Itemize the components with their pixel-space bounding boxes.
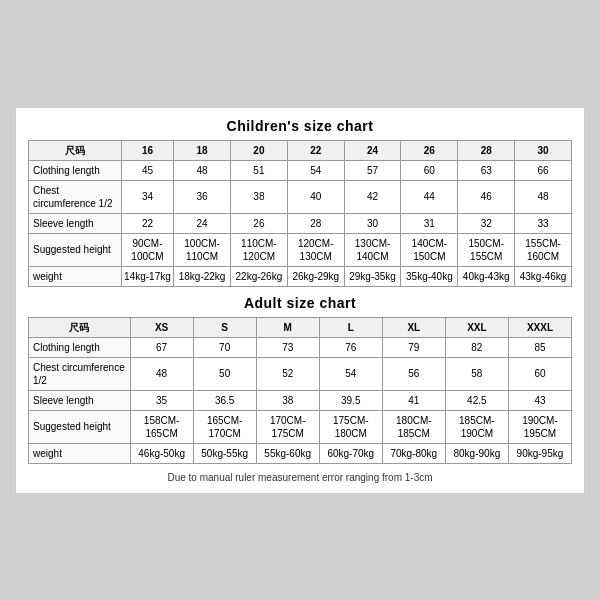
table-cell: 58 <box>445 357 508 390</box>
table-cell: 42 <box>344 180 401 213</box>
table-cell: 46kg-50kg <box>130 443 193 463</box>
table-row: Chest circumference 1/248505254565860 <box>29 357 572 390</box>
table-cell: 30 <box>344 213 401 233</box>
table-cell: 31 <box>401 213 458 233</box>
table-cell: 48 <box>130 357 193 390</box>
table-cell: 42.5 <box>445 390 508 410</box>
row-label: weight <box>29 266 122 286</box>
table-cell: 41 <box>382 390 445 410</box>
column-header: 16 <box>121 140 173 160</box>
column-header: 尺码 <box>29 140 122 160</box>
table-cell: 175CM-180CM <box>319 410 382 443</box>
column-header: 20 <box>230 140 287 160</box>
table-cell: 36.5 <box>193 390 256 410</box>
table-row: weight46kg-50kg50kg-55kg55kg-60kg60kg-70… <box>29 443 572 463</box>
table-cell: 22 <box>121 213 173 233</box>
table-cell: 24 <box>174 213 231 233</box>
column-header: XS <box>130 317 193 337</box>
column-header: XXXL <box>508 317 571 337</box>
table-cell: 32 <box>458 213 515 233</box>
table-cell: 57 <box>344 160 401 180</box>
table-cell: 14kg-17kg <box>121 266 173 286</box>
table-cell: 40 <box>287 180 344 213</box>
table-cell: 43kg-46kg <box>515 266 572 286</box>
table-row: weight14kg-17kg18kg-22kg22kg-26kg26kg-29… <box>29 266 572 286</box>
table-row: Clothing length4548515457606366 <box>29 160 572 180</box>
table-row: Clothing length67707376798285 <box>29 337 572 357</box>
table-cell: 36 <box>174 180 231 213</box>
table-cell: 26 <box>230 213 287 233</box>
table-cell: 52 <box>256 357 319 390</box>
table-cell: 90CM-100CM <box>121 233 173 266</box>
chart-container: Children's size chart 尺码1618202224262830… <box>15 107 585 494</box>
table-cell: 60 <box>508 357 571 390</box>
table-cell: 46 <box>458 180 515 213</box>
table-cell: 76 <box>319 337 382 357</box>
children-title: Children's size chart <box>28 118 572 134</box>
table-cell: 50kg-55kg <box>193 443 256 463</box>
table-cell: 170CM-175CM <box>256 410 319 443</box>
column-header: M <box>256 317 319 337</box>
table-cell: 63 <box>458 160 515 180</box>
row-label: Clothing length <box>29 160 122 180</box>
table-cell: 35kg-40kg <box>401 266 458 286</box>
table-cell: 50 <box>193 357 256 390</box>
table-cell: 70 <box>193 337 256 357</box>
table-cell: 34 <box>121 180 173 213</box>
footer-note: Due to manual ruler measurement error ra… <box>28 472 572 483</box>
column-header: 26 <box>401 140 458 160</box>
table-cell: 28 <box>287 213 344 233</box>
table-cell: 54 <box>287 160 344 180</box>
row-label: Suggested height <box>29 410 131 443</box>
table-cell: 80kg-90kg <box>445 443 508 463</box>
column-header: 24 <box>344 140 401 160</box>
table-cell: 85 <box>508 337 571 357</box>
table-cell: 158CM-165CM <box>130 410 193 443</box>
table-cell: 56 <box>382 357 445 390</box>
column-header: XXL <box>445 317 508 337</box>
table-cell: 29kg-35kg <box>344 266 401 286</box>
table-cell: 155CM-160CM <box>515 233 572 266</box>
table-cell: 60 <box>401 160 458 180</box>
table-cell: 48 <box>515 180 572 213</box>
column-header: 28 <box>458 140 515 160</box>
column-header: 尺码 <box>29 317 131 337</box>
table-cell: 130CM-140CM <box>344 233 401 266</box>
table-cell: 51 <box>230 160 287 180</box>
column-header: S <box>193 317 256 337</box>
row-label: weight <box>29 443 131 463</box>
table-cell: 35 <box>130 390 193 410</box>
table-row: Chest circumference 1/23436384042444648 <box>29 180 572 213</box>
table-cell: 48 <box>174 160 231 180</box>
adult-table: 尺码XSSMLXLXXLXXXLClothing length677073767… <box>28 317 572 464</box>
row-label: Sleeve length <box>29 213 122 233</box>
column-header: L <box>319 317 382 337</box>
table-row: Suggested height90CM-100CM100CM-110CM110… <box>29 233 572 266</box>
adult-title: Adult size chart <box>28 295 572 311</box>
column-header: XL <box>382 317 445 337</box>
table-cell: 185CM-190CM <box>445 410 508 443</box>
table-cell: 45 <box>121 160 173 180</box>
table-cell: 190CM-195CM <box>508 410 571 443</box>
row-label: Clothing length <box>29 337 131 357</box>
table-row: Sleeve length2224262830313233 <box>29 213 572 233</box>
table-cell: 70kg-80kg <box>382 443 445 463</box>
table-row: Suggested height158CM-165CM165CM-170CM17… <box>29 410 572 443</box>
table-cell: 26kg-29kg <box>287 266 344 286</box>
table-row: Sleeve length3536.53839.54142.543 <box>29 390 572 410</box>
table-cell: 66 <box>515 160 572 180</box>
table-cell: 33 <box>515 213 572 233</box>
table-cell: 44 <box>401 180 458 213</box>
table-cell: 165CM-170CM <box>193 410 256 443</box>
row-label: Sleeve length <box>29 390 131 410</box>
table-cell: 110CM-120CM <box>230 233 287 266</box>
table-cell: 73 <box>256 337 319 357</box>
table-cell: 39.5 <box>319 390 382 410</box>
column-header: 22 <box>287 140 344 160</box>
table-cell: 82 <box>445 337 508 357</box>
table-cell: 60kg-70kg <box>319 443 382 463</box>
row-label: Chest circumference 1/2 <box>29 357 131 390</box>
table-cell: 55kg-60kg <box>256 443 319 463</box>
children-table: 尺码1618202224262830Clothing length4548515… <box>28 140 572 287</box>
column-header: 30 <box>515 140 572 160</box>
